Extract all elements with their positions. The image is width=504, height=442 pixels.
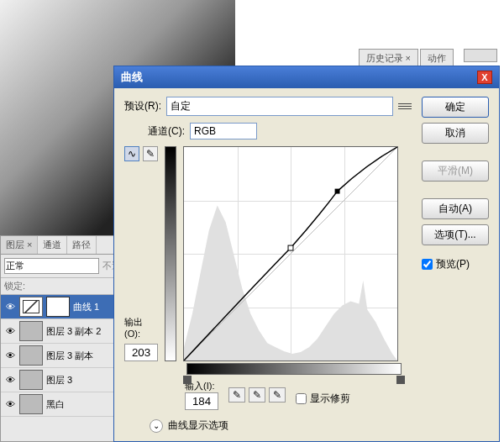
expand-options-button[interactable]: ⌄ (150, 419, 163, 433)
layer-thumb-icon[interactable] (19, 297, 43, 317)
channel-select[interactable]: RGB (190, 123, 257, 139)
tab-layers[interactable]: 图层 × (1, 236, 38, 254)
output-label: 输出(O): (124, 316, 158, 339)
svg-rect-2 (335, 189, 340, 194)
tab-channels[interactable]: 通道 (38, 236, 67, 254)
gray-eyedropper-icon[interactable]: ✎ (249, 387, 265, 403)
preset-label: 预设(R): (124, 99, 161, 113)
show-clipping-input[interactable] (296, 393, 307, 404)
dialog-title: 曲线 (121, 70, 143, 85)
curve-tool-icon[interactable]: ∿ (124, 146, 139, 161)
visibility-icon[interactable]: 👁 (4, 325, 16, 337)
black-point-slider[interactable] (183, 376, 192, 384)
cancel-button[interactable]: 取消 (422, 123, 489, 144)
visibility-icon[interactable]: 👁 (4, 301, 16, 313)
options-button[interactable]: 选项(T)... (422, 224, 489, 245)
close-button[interactable]: X (477, 71, 492, 84)
channel-label: 通道(C): (148, 124, 185, 139)
svg-rect-1 (288, 245, 293, 250)
smooth-button: 平滑(M) (422, 160, 489, 182)
layer-thumb-icon[interactable] (19, 370, 43, 390)
blend-mode-select[interactable]: 正常 (4, 258, 99, 274)
preview-checkbox[interactable]: 预览(P) (422, 257, 489, 271)
black-eyedropper-icon[interactable]: ✎ (228, 387, 245, 403)
preset-select[interactable]: 自定 (166, 97, 393, 116)
layer-thumb-icon[interactable] (19, 321, 43, 341)
white-eyedropper-icon[interactable]: ✎ (269, 387, 286, 403)
output-field[interactable] (124, 344, 158, 361)
visibility-icon[interactable]: 👁 (4, 374, 16, 386)
tab-paths[interactable]: 路径 (67, 236, 97, 254)
preview-input[interactable] (422, 259, 433, 270)
layer-mask-icon[interactable] (46, 297, 70, 317)
preview-label: 预览(P) (436, 257, 470, 271)
show-clipping-checkbox[interactable]: 显示修剪 (296, 392, 350, 406)
auto-button[interactable]: 自动(A) (422, 198, 489, 219)
pencil-tool-icon[interactable]: ✎ (143, 146, 158, 161)
curve-line (184, 147, 397, 360)
visibility-icon[interactable]: 👁 (4, 398, 16, 410)
dialog-titlebar[interactable]: 曲线 X (114, 66, 499, 88)
show-clipping-label: 显示修剪 (310, 392, 350, 406)
curve-graph[interactable] (183, 146, 398, 361)
layer-thumb-icon[interactable] (19, 345, 43, 366)
svg-line-0 (184, 147, 397, 360)
expand-options-label: 曲线显示选项 (168, 418, 228, 433)
white-point-slider[interactable] (396, 376, 405, 384)
lock-label: 锁定: (4, 280, 25, 292)
visibility-icon[interactable]: 👁 (4, 350, 16, 361)
curves-dialog: 曲线 X 预设(R): 自定 通道(C): RGB ∿ ✎ 输出( (113, 66, 500, 442)
x-gradient-bar[interactable] (186, 363, 402, 375)
layer-thumb-icon[interactable] (19, 394, 43, 414)
input-field[interactable] (185, 392, 218, 410)
panel-minimize-icon[interactable] (464, 49, 497, 62)
y-gradient-bar (165, 146, 176, 361)
preset-menu-icon[interactable] (398, 101, 412, 113)
ok-button[interactable]: 确定 (422, 97, 489, 118)
